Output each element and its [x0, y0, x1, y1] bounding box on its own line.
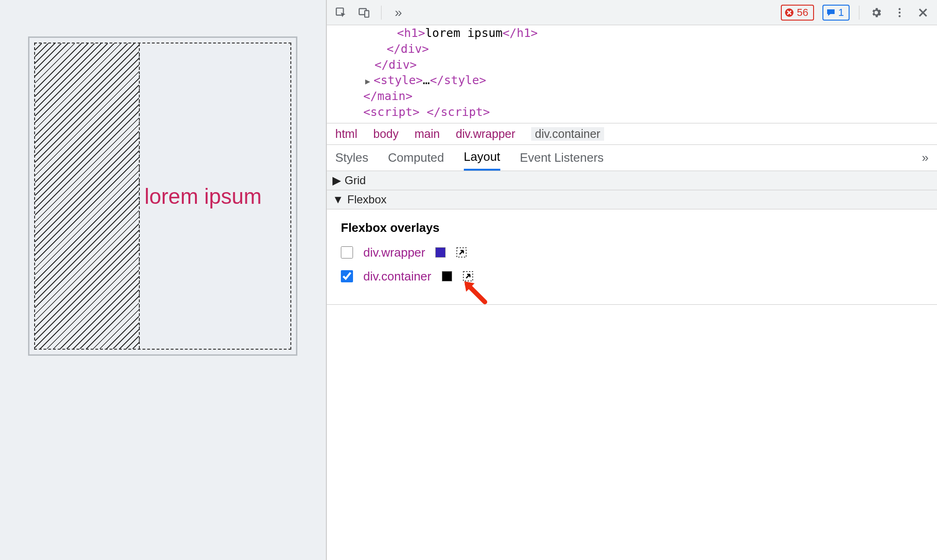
svg-rect-2 [365, 10, 369, 17]
flex-gap-hatched-area [35, 43, 140, 349]
section-grid-label: Grid [345, 174, 366, 187]
overlay-name-container[interactable]: div.container [363, 269, 432, 284]
overlay-row-wrapper: div.wrapper [341, 245, 923, 260]
tab-layout[interactable]: Layout [464, 145, 500, 171]
overlay-checkbox-container[interactable] [341, 270, 353, 282]
section-flexbox-header[interactable]: ▼ Flexbox [327, 190, 937, 209]
tab-computed[interactable]: Computed [388, 145, 444, 171]
tag-main-close: </main> [363, 89, 412, 103]
more-tabs-icon[interactable]: » [922, 151, 929, 165]
ellipsis: … [423, 73, 430, 87]
tag-h1-close: </h1> [503, 26, 538, 40]
svg-point-4 [899, 8, 901, 10]
tag-h1-open: <h1> [397, 26, 425, 40]
crumb-body[interactable]: body [373, 127, 398, 141]
h1-text: lorem ipsum [425, 26, 503, 40]
tag-style-close: </style> [430, 73, 486, 87]
overlay-color-swatch[interactable] [442, 271, 452, 281]
annotation-arrow-icon [461, 279, 490, 307]
rendered-viewport: lorem ipsum [0, 0, 326, 392]
overlay-color-swatch[interactable] [435, 247, 446, 258]
sidebar-tabs: Styles Computed Layout Event Listeners » [327, 145, 937, 171]
reveal-in-elements-icon[interactable] [456, 247, 467, 258]
heading-lorem: lorem ipsum [144, 184, 262, 209]
flex-item-content: lorem ipsum [140, 43, 290, 349]
tag-div-close: </div> [375, 58, 417, 72]
devtools-panel: » 56 1 <h1>lorem ipsum</h1> </div> </div… [326, 0, 937, 560]
more-tabs-icon[interactable]: » [391, 5, 406, 20]
tab-styles[interactable]: Styles [335, 145, 368, 171]
crumb-html[interactable]: html [335, 127, 357, 141]
crumb-container[interactable]: div.container [531, 127, 604, 141]
flex-container-dashed: lorem ipsum [34, 43, 291, 350]
errors-count: 56 [797, 7, 808, 19]
crumb-wrapper[interactable]: div.wrapper [456, 127, 515, 141]
messages-count: 1 [838, 7, 844, 19]
messages-pill[interactable]: 1 [822, 5, 850, 21]
svg-point-6 [899, 15, 901, 17]
elements-source-view[interactable]: <h1>lorem ipsum</h1> </div> </div> ▶<sty… [327, 25, 937, 123]
toolbar-divider [859, 6, 859, 20]
section-flexbox-label: Flexbox [347, 193, 387, 206]
tag-script: <script> </script> [363, 105, 490, 119]
settings-gear-icon[interactable] [869, 5, 884, 20]
flex-overlay-outline: lorem ipsum [28, 36, 297, 356]
tag-style-open: <style> [374, 73, 423, 87]
tab-event-listeners[interactable]: Event Listeners [520, 145, 604, 171]
section-grid-header[interactable]: ▶ Grid [327, 171, 937, 190]
crumb-main[interactable]: main [414, 127, 440, 141]
devtools-toolbar: » 56 1 [327, 0, 937, 25]
dom-breadcrumb: html body main div.wrapper div.container [327, 123, 937, 145]
overlay-checkbox-wrapper[interactable] [341, 246, 353, 258]
flexbox-overlays-panel: Flexbox overlays div.wrapper div.contain… [327, 209, 937, 304]
svg-point-5 [899, 11, 901, 13]
collapse-triangle-icon: ▶ [332, 174, 341, 187]
toolbar-divider [381, 6, 382, 20]
overlay-name-wrapper[interactable]: div.wrapper [363, 245, 425, 260]
inspect-element-icon[interactable] [333, 5, 348, 20]
expand-triangle-icon: ▼ [332, 193, 344, 206]
section-divider [327, 304, 937, 305]
tag-div-close: </div> [387, 42, 429, 56]
device-toggle-icon[interactable] [357, 5, 372, 20]
overlay-row-container: div.container [341, 269, 923, 284]
flexbox-overlays-title: Flexbox overlays [341, 221, 923, 235]
reveal-in-elements-icon[interactable] [462, 271, 474, 282]
kebab-menu-icon[interactable] [892, 5, 907, 20]
expand-triangle-icon[interactable]: ▶ [365, 76, 374, 87]
close-devtools-icon[interactable] [915, 5, 930, 20]
errors-pill[interactable]: 56 [781, 5, 814, 21]
